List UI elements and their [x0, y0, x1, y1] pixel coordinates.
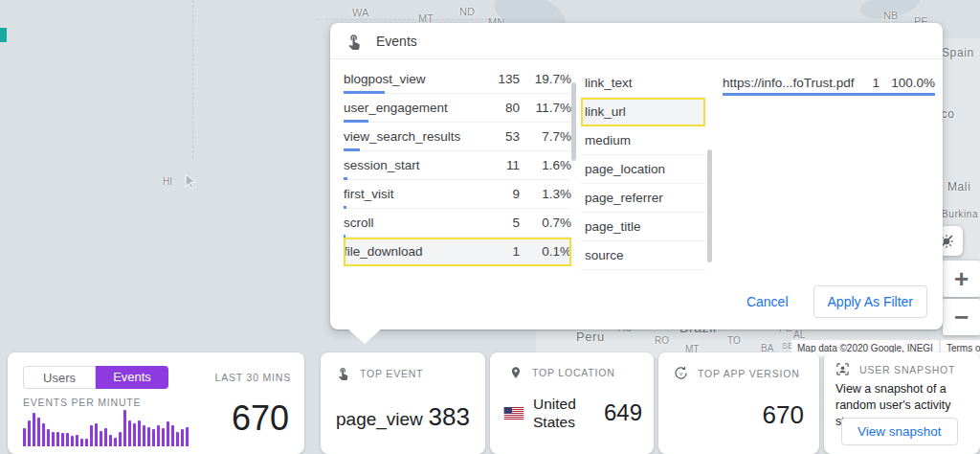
user-snapshot-label: USER SNAPSHOT [859, 364, 955, 375]
top-location-value: 649 [604, 399, 642, 426]
event-row[interactable]: view_search_results537.7% [344, 123, 571, 151]
spark-bar [181, 429, 184, 446]
event-row[interactable]: scroll50.7% [344, 209, 571, 238]
spark-bar [114, 438, 117, 446]
top-app-version-label: TOP APP VERSION [698, 368, 800, 379]
spark-bar [42, 423, 45, 446]
event-row[interactable]: blogpost_view13519.7% [344, 65, 571, 94]
event-percent: 0.7% [520, 216, 571, 230]
spark-bar [66, 433, 69, 446]
map-boundary-line [316, 19, 488, 20]
param-item[interactable]: page_referrer [581, 184, 705, 213]
spark-bar [167, 421, 169, 446]
map-label: WA [352, 7, 368, 18]
spark-bar [52, 432, 55, 446]
spark-bar [157, 425, 160, 446]
spark-bar [56, 432, 59, 446]
top-location-card: TOP LOCATION United States 649 [490, 352, 654, 454]
events-toggle-button[interactable]: Events [96, 366, 168, 389]
top-location-name: United States [533, 395, 604, 432]
popup-footer: Cancel Apply As Filter [731, 285, 927, 318]
spark-bar [61, 433, 64, 446]
events-list: blogpost_view13519.7%user_engagement8011… [344, 65, 571, 266]
event-percent: 7.7% [520, 129, 571, 144]
values-list: https://info...foTrust.pdf1100.0% [723, 69, 935, 96]
spark-bar [28, 420, 31, 446]
spark-bar [37, 418, 40, 446]
value-count: 1 [858, 76, 880, 90]
param-item[interactable]: page_location [581, 155, 705, 184]
event-percent: 19.7% [520, 72, 571, 86]
map-data-marker [0, 28, 7, 42]
app-version-icon: v [674, 366, 688, 380]
spark-bar [109, 435, 112, 446]
event-row[interactable]: session_start111.6% [344, 151, 571, 180]
event-count: 5 [478, 216, 520, 230]
map-zoom-out-button[interactable]: − [943, 299, 980, 335]
params-list: link_textlink_urlmediumpage_locationpage… [581, 69, 705, 270]
user-snapshot-card: USER SNAPSHOT View a snapshot of a rando… [824, 352, 980, 454]
popup-tail [347, 329, 382, 344]
map-label: Mali [947, 180, 970, 193]
event-count: 53 [478, 129, 520, 144]
spark-bar [186, 427, 189, 446]
us-flag-icon [503, 407, 524, 420]
spark-bar [133, 423, 136, 446]
value-row[interactable]: https://info...foTrust.pdf1100.0% [723, 69, 935, 96]
users-toggle-button[interactable]: Users [23, 366, 96, 389]
params-scrollbar[interactable] [707, 149, 712, 262]
spark-bar [47, 429, 50, 446]
cancel-button[interactable]: Cancel [731, 286, 804, 317]
map-label: RO [655, 335, 669, 346]
top-event-card: TOP EVENT page_view 383 [321, 352, 485, 454]
spark-bar [138, 420, 141, 446]
event-name: blogpost_view [344, 72, 478, 86]
map-label: HI [163, 176, 172, 187]
map-zoom-in-button[interactable]: + [943, 261, 980, 297]
spark-bar [90, 425, 93, 446]
event-count: 135 [478, 72, 520, 86]
events-total-value: 670 [232, 398, 289, 439]
events-popup: Events blogpost_view13519.7%user_engagem… [330, 23, 943, 329]
view-snapshot-button[interactable]: View snapshot [841, 418, 958, 445]
top-event-name: page_view [336, 409, 423, 430]
event-row[interactable]: first_visit91.3% [344, 180, 571, 209]
spark-bar [100, 431, 102, 446]
location-pin-icon [509, 366, 523, 379]
map-label: TO [727, 335, 741, 346]
event-percent: 0.1% [520, 244, 571, 259]
value-name: https://info...foTrust.pdf [723, 76, 858, 90]
spark-bar [85, 439, 88, 446]
param-item[interactable]: medium [581, 126, 705, 155]
param-item[interactable]: source [581, 241, 705, 270]
last-30-mins-label: LAST 30 MINS [215, 372, 291, 383]
event-name: file_download [344, 244, 478, 259]
spark-bar [95, 423, 98, 446]
events-scrollbar[interactable] [571, 82, 576, 161]
param-item[interactable]: page_title [581, 213, 705, 241]
top-location-label: TOP LOCATION [532, 367, 615, 378]
param-item[interactable]: link_text [581, 69, 705, 98]
event-row[interactable]: file_download10.1% [344, 238, 571, 266]
apply-as-filter-button[interactable]: Apply As Filter [813, 285, 927, 318]
top-event-label: TOP EVENT [360, 368, 423, 379]
map-label: AL [793, 329, 805, 340]
map-boundary-line [192, 0, 193, 158]
event-count: 1 [478, 244, 520, 259]
spark-bar [152, 429, 155, 446]
event-name: scroll [344, 216, 478, 230]
map-label: Spain [942, 46, 974, 59]
spark-bar [147, 427, 150, 446]
user-snapshot-icon [835, 362, 850, 376]
popup-title: Events [376, 34, 417, 49]
map-label: Burkina [942, 209, 978, 219]
map-label: NB [883, 10, 898, 21]
event-row[interactable]: user_engagement8011.7% [344, 94, 571, 123]
value-percent-bar [723, 93, 935, 96]
spark-bar [33, 413, 35, 446]
event-name: first_visit [344, 187, 478, 201]
top-event-value: 383 [429, 402, 470, 432]
top-app-version-card: v TOP APP VERSION 670 [658, 352, 819, 454]
spark-bar [71, 436, 74, 446]
param-item[interactable]: link_url [581, 98, 705, 126]
